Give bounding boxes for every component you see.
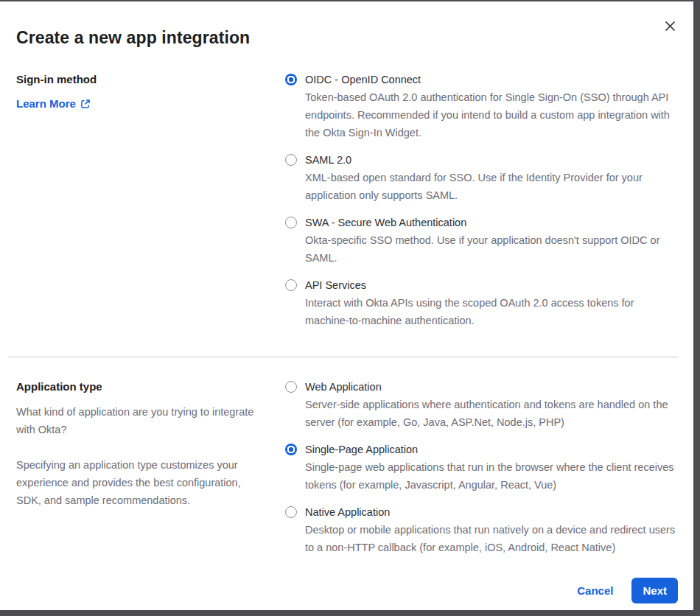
application-type-help-text: Specifying an application type customize…: [16, 456, 267, 509]
radio-option-single-page-application[interactable]: Single-Page Application Single-page web …: [285, 441, 678, 494]
radio-icon[interactable]: [285, 217, 297, 228]
option-description: Okta-specific SSO method. Use if your ap…: [305, 231, 678, 267]
radio-icon[interactable]: [285, 74, 297, 85]
next-button[interactable]: Next: [631, 578, 678, 603]
dialog-footer: Cancel Next: [0, 578, 693, 616]
option-label[interactable]: OIDC - OpenID Connect: [305, 71, 678, 88]
radio-option-saml[interactable]: SAML 2.0 XML-based open standard for SSO…: [285, 151, 678, 204]
create-app-integration-dialog: Create a new app integration Sign-in met…: [0, 1, 693, 610]
option-label[interactable]: Native Application: [305, 503, 678, 521]
radio-option-native-application[interactable]: Native Application Desktop or mobile app…: [285, 503, 678, 556]
learn-more-link[interactable]: Learn More: [16, 97, 91, 110]
option-description: Desktop or mobile applications that run …: [305, 521, 678, 556]
dialog-body: Sign-in method Learn More OIDC - OpenID …: [0, 48, 693, 566]
application-type-question: What kind of application are you trying …: [16, 403, 267, 438]
option-label[interactable]: Single-Page Application: [305, 441, 678, 458]
option-description: Interact with Okta APIs using the scoped…: [305, 294, 678, 329]
cancel-button[interactable]: Cancel: [577, 578, 613, 603]
option-description: Server-side applications where authentic…: [305, 396, 678, 431]
option-label[interactable]: Web Application: [305, 378, 678, 396]
option-description: Token-based OAuth 2.0 authentication for…: [305, 88, 678, 141]
signin-method-label: Sign-in method: [16, 71, 269, 88]
option-label[interactable]: API Services: [305, 276, 678, 294]
signin-method-section: Sign-in method Learn More OIDC - OpenID …: [0, 71, 693, 339]
option-description: XML-based open standard for SSO. Use if …: [305, 169, 678, 204]
close-icon: [665, 21, 676, 32]
section-divider: [8, 357, 678, 357]
signin-method-left-column: Sign-in method Learn More: [16, 71, 269, 339]
application-type-options: Web Application Server-side applications…: [285, 378, 678, 566]
radio-icon[interactable]: [285, 381, 297, 393]
application-type-label: Application type: [16, 379, 269, 395]
radio-option-oidc[interactable]: OIDC - OpenID Connect Token-based OAuth …: [285, 71, 678, 141]
close-button[interactable]: [659, 15, 680, 36]
learn-more-label: Learn More: [16, 97, 76, 110]
external-link-icon: [80, 99, 91, 109]
application-type-left-column: Application type What kind of applicatio…: [16, 378, 269, 566]
option-description: Single-page web applications that run in…: [305, 458, 678, 494]
dialog-title: Create a new app integration: [16, 28, 677, 48]
option-label[interactable]: SAML 2.0: [305, 151, 678, 169]
radio-icon[interactable]: [285, 154, 297, 166]
radio-icon[interactable]: [285, 279, 297, 291]
radio-option-swa[interactable]: SWA - Secure Web Authentication Okta-spe…: [285, 214, 678, 267]
signin-method-options: OIDC - OpenID Connect Token-based OAuth …: [285, 71, 678, 339]
radio-icon[interactable]: [285, 506, 297, 518]
radio-option-web-application[interactable]: Web Application Server-side applications…: [285, 378, 678, 431]
radio-option-api-services[interactable]: API Services Interact with Okta APIs usi…: [285, 276, 678, 329]
dialog-header: Create a new app integration: [0, 1, 693, 48]
option-label[interactable]: SWA - Secure Web Authentication: [305, 214, 678, 231]
application-type-section: Application type What kind of applicatio…: [0, 378, 693, 566]
radio-icon[interactable]: [285, 444, 297, 455]
